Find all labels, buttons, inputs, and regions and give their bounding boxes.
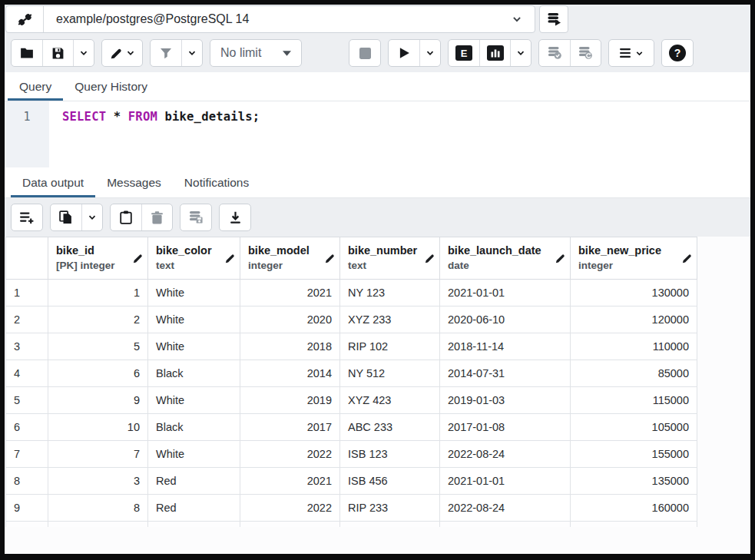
paste-button[interactable] [111, 204, 141, 230]
cell-bike_launch_date[interactable]: 2021-01-01 [440, 468, 571, 495]
row-number-cell[interactable]: 4 [6, 360, 48, 387]
cell-bike_id[interactable]: 1 [48, 280, 148, 307]
row-number-cell[interactable]: 5 [6, 387, 48, 414]
help-button[interactable]: ? [662, 40, 693, 66]
cell-bike_color[interactable]: White [148, 333, 240, 360]
cell-bike_model[interactable]: 2022 [240, 495, 340, 522]
cell-bike_new_price[interactable]: 160000 [571, 495, 697, 522]
cell-bike_model[interactable]: 2017 [240, 414, 340, 441]
cell-bike_color[interactable]: Red [148, 468, 240, 495]
save-data-button[interactable] [180, 204, 211, 230]
cell-bike_id[interactable]: 10 [48, 414, 148, 441]
save-options-chevron-icon[interactable] [73, 40, 94, 66]
row-number-cell[interactable]: 2 [6, 307, 48, 333]
tab-query[interactable]: Query [8, 72, 63, 101]
cell-bike_number[interactable]: NY 123 [340, 280, 440, 307]
download-results-button[interactable] [220, 204, 250, 230]
cell-bike_number[interactable]: RIP 233 [340, 495, 440, 522]
cell-bike_number[interactable]: RIP 102 [340, 333, 440, 360]
cell-bike_id[interactable]: 2 [48, 307, 148, 333]
cell-bike_launch_date[interactable]: 2014-07-31 [440, 360, 571, 387]
cell-bike_model[interactable]: 2021 [240, 280, 340, 307]
cell-bike_new_price[interactable]: 110000 [571, 333, 697, 360]
tab-data-output[interactable]: Data output [11, 167, 95, 197]
row-number-cell[interactable]: 9 [6, 495, 48, 522]
cell-bike_color[interactable]: Red [148, 495, 240, 522]
cell-bike_number[interactable]: ISB 123 [340, 441, 440, 468]
cell-bike_new_price[interactable]: 105000 [571, 414, 697, 441]
cell-bike_new_price[interactable]: 85000 [571, 360, 697, 387]
delete-row-button[interactable] [141, 204, 172, 230]
editor-line-gutter[interactable]: 1 [5, 101, 49, 167]
add-row-button[interactable] [12, 204, 42, 230]
cell-bike_number[interactable]: XYZ 423 [340, 387, 440, 414]
cell-bike_color[interactable]: White [148, 280, 240, 307]
edit-pencil-button[interactable] [102, 40, 142, 66]
cell-bike_id[interactable]: 9 [48, 387, 148, 414]
cell-bike_new_price[interactable]: 130000 [571, 280, 697, 307]
cell-bike_color[interactable]: Black [148, 414, 240, 441]
explain-options-chevron-icon[interactable] [510, 40, 531, 66]
cell-bike_launch_date[interactable]: 2018-11-14 [440, 333, 571, 360]
cell-bike_new_price[interactable]: 155000 [571, 441, 697, 468]
edit-column-icon[interactable] [555, 253, 565, 263]
cell-bike_launch_date[interactable]: 2017-01-08 [440, 414, 571, 441]
open-file-button[interactable] [12, 40, 42, 66]
column-header-bike_color[interactable]: bike_colortext [148, 237, 240, 280]
sql-code-area[interactable]: SELECT * FROM bike_details; [49, 101, 750, 167]
cell-bike_number[interactable]: ABC 233 [340, 414, 440, 441]
rollback-button[interactable] [570, 40, 601, 66]
copy-options-chevron-icon[interactable] [81, 204, 102, 230]
tab-query-history[interactable]: Query History [63, 72, 159, 101]
save-file-button[interactable] [42, 40, 73, 66]
cell-bike_id[interactable]: 8 [48, 495, 148, 522]
commit-button[interactable] [539, 40, 570, 66]
column-header-bike_model[interactable]: bike_modelinteger [240, 237, 340, 280]
row-number-cell[interactable]: 6 [6, 414, 48, 441]
cell-bike_launch_date[interactable]: 2020-06-10 [440, 307, 571, 333]
cell-bike_model[interactable]: 2020 [240, 307, 340, 333]
row-number-cell[interactable]: 1 [6, 280, 48, 307]
cell-bike_color[interactable]: Black [148, 360, 240, 387]
edit-column-icon[interactable] [425, 253, 435, 263]
cell-bike_color[interactable]: White [148, 387, 240, 414]
explain-analyze-button[interactable] [479, 40, 510, 66]
execute-play-button[interactable] [389, 40, 419, 66]
filter-button[interactable] [151, 40, 181, 66]
macros-button[interactable] [609, 40, 654, 66]
column-header-bike_id[interactable]: bike_id[PK] integer [48, 237, 148, 280]
cell-bike_color[interactable]: White [148, 441, 240, 468]
cell-bike_color[interactable]: White [148, 307, 240, 333]
cell-bike_model[interactable]: 2021 [240, 468, 340, 495]
connection-dropdown[interactable]: example/postgres@PostgreSQL 14 [44, 6, 535, 32]
cell-bike_launch_date[interactable]: 2019-01-03 [440, 387, 571, 414]
cell-bike_number[interactable]: NY 512 [340, 360, 440, 387]
row-number-cell[interactable]: 8 [6, 468, 48, 495]
stop-button[interactable] [349, 40, 380, 66]
connection-plug-icon[interactable] [6, 6, 44, 32]
tab-messages[interactable]: Messages [95, 167, 173, 197]
column-header-bike_new_price[interactable]: bike_new_priceinteger [571, 237, 697, 280]
cell-bike_launch_date[interactable]: 2022-08-24 [440, 441, 571, 468]
cell-bike_launch_date[interactable]: 2022-08-24 [440, 495, 571, 522]
cell-bike_model[interactable]: 2018 [240, 333, 340, 360]
execute-options-chevron-icon[interactable] [419, 40, 440, 66]
column-header-bike_number[interactable]: bike_numbertext [340, 237, 440, 280]
explain-button[interactable]: E [449, 40, 479, 66]
cell-bike_launch_date[interactable]: 2021-01-01 [440, 280, 571, 307]
cell-bike_model[interactable]: 2019 [240, 387, 340, 414]
tab-notifications[interactable]: Notifications [173, 167, 260, 197]
edit-column-icon[interactable] [133, 253, 143, 263]
cell-bike_id[interactable]: 3 [48, 468, 148, 495]
row-number-cell[interactable]: 7 [6, 441, 48, 468]
new-connection-button[interactable] [539, 5, 568, 33]
cell-bike_number[interactable]: XYZ 233 [340, 307, 440, 333]
cell-bike_id[interactable]: 6 [48, 360, 148, 387]
cell-bike_id[interactable]: 7 [48, 441, 148, 468]
cell-bike_number[interactable]: ISB 456 [340, 468, 440, 495]
copy-button[interactable] [51, 204, 81, 230]
edit-column-icon[interactable] [682, 253, 692, 263]
cell-bike_new_price[interactable]: 120000 [571, 307, 697, 333]
edit-column-icon[interactable] [225, 253, 235, 263]
cell-bike_id[interactable]: 5 [48, 333, 148, 360]
